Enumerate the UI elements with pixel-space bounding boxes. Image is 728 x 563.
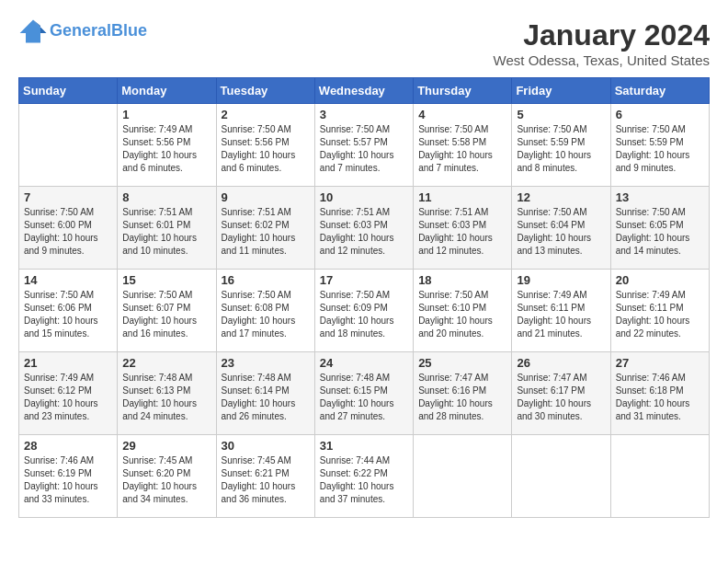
- calendar-cell: 28Sunrise: 7:46 AM Sunset: 6:19 PM Dayli…: [19, 435, 118, 518]
- calendar-header-sunday: Sunday: [19, 78, 118, 104]
- day-number: 22: [122, 356, 210, 370]
- day-info: Sunrise: 7:51 AM Sunset: 6:03 PM Dayligh…: [320, 206, 408, 258]
- day-info: Sunrise: 7:50 AM Sunset: 6:07 PM Dayligh…: [122, 289, 210, 340]
- day-number: 1: [122, 108, 210, 121]
- day-number: 17: [320, 273, 408, 287]
- day-info: Sunrise: 7:48 AM Sunset: 6:15 PM Dayligh…: [320, 372, 408, 423]
- day-number: 28: [24, 439, 112, 453]
- day-number: 24: [320, 356, 408, 370]
- calendar-cell: 18Sunrise: 7:50 AM Sunset: 6:10 PM Dayli…: [414, 270, 512, 352]
- day-info: Sunrise: 7:50 AM Sunset: 5:59 PM Dayligh…: [616, 123, 704, 175]
- calendar-week-row: 7Sunrise: 7:50 AM Sunset: 6:00 PM Daylig…: [19, 187, 710, 270]
- calendar-cell: 14Sunrise: 7:50 AM Sunset: 6:06 PM Dayli…: [19, 270, 118, 352]
- day-number: 29: [122, 439, 210, 453]
- day-number: 20: [616, 273, 704, 287]
- calendar-cell: 11Sunrise: 7:51 AM Sunset: 6:03 PM Dayli…: [414, 187, 512, 270]
- day-number: 9: [222, 190, 310, 204]
- calendar-cell: [512, 435, 610, 518]
- day-number: 13: [616, 190, 704, 204]
- logo: GeneralBlue: [18, 18, 147, 44]
- day-number: 6: [616, 108, 704, 121]
- calendar-cell: 26Sunrise: 7:47 AM Sunset: 6:17 PM Dayli…: [512, 352, 610, 435]
- calendar-header-monday: Monday: [118, 78, 216, 104]
- calendar-week-row: 28Sunrise: 7:46 AM Sunset: 6:19 PM Dayli…: [19, 435, 710, 518]
- day-number: 19: [517, 273, 605, 287]
- calendar-cell: 9Sunrise: 7:51 AM Sunset: 6:02 PM Daylig…: [216, 187, 314, 270]
- calendar-header-friday: Friday: [512, 78, 610, 104]
- day-number: 5: [517, 108, 605, 121]
- day-info: Sunrise: 7:50 AM Sunset: 5:57 PM Dayligh…: [320, 123, 408, 175]
- day-number: 15: [122, 273, 210, 287]
- logo-text: GeneralBlue: [50, 22, 147, 40]
- day-number: 8: [122, 190, 210, 204]
- page-subtitle: West Odessa, Texas, United States: [494, 52, 710, 68]
- day-number: 2: [222, 108, 310, 121]
- calendar-cell: 13Sunrise: 7:50 AM Sunset: 6:05 PM Dayli…: [610, 187, 709, 270]
- calendar-cell: 27Sunrise: 7:46 AM Sunset: 6:18 PM Dayli…: [610, 352, 709, 435]
- calendar-cell: 21Sunrise: 7:49 AM Sunset: 6:12 PM Dayli…: [19, 352, 118, 435]
- day-info: Sunrise: 7:50 AM Sunset: 5:59 PM Dayligh…: [517, 123, 605, 175]
- day-info: Sunrise: 7:51 AM Sunset: 6:03 PM Dayligh…: [418, 206, 506, 258]
- calendar-cell: 22Sunrise: 7:48 AM Sunset: 6:13 PM Dayli…: [118, 352, 216, 435]
- day-number: 25: [418, 356, 506, 370]
- calendar-cell: 10Sunrise: 7:51 AM Sunset: 6:03 PM Dayli…: [314, 187, 413, 270]
- day-number: 14: [24, 273, 112, 287]
- calendar-header-tuesday: Tuesday: [216, 78, 314, 104]
- calendar-cell: 12Sunrise: 7:50 AM Sunset: 6:04 PM Dayli…: [512, 187, 610, 270]
- day-info: Sunrise: 7:49 AM Sunset: 6:11 PM Dayligh…: [517, 289, 605, 340]
- day-number: 10: [320, 190, 408, 204]
- day-number: 4: [418, 108, 506, 121]
- day-number: 11: [418, 190, 506, 204]
- day-number: 23: [222, 356, 310, 370]
- calendar-cell: 8Sunrise: 7:51 AM Sunset: 6:01 PM Daylig…: [118, 187, 216, 270]
- calendar-header-saturday: Saturday: [610, 78, 709, 104]
- day-info: Sunrise: 7:49 AM Sunset: 6:12 PM Dayligh…: [24, 372, 112, 423]
- title-block: January 2024 West Odessa, Texas, United …: [494, 18, 710, 68]
- calendar-cell: 29Sunrise: 7:45 AM Sunset: 6:20 PM Dayli…: [118, 435, 216, 518]
- calendar-cell: 16Sunrise: 7:50 AM Sunset: 6:08 PM Dayli…: [216, 270, 314, 352]
- day-info: Sunrise: 7:45 AM Sunset: 6:20 PM Dayligh…: [122, 454, 210, 506]
- day-number: 7: [24, 190, 112, 204]
- logo-icon: [18, 18, 48, 44]
- calendar-cell: [610, 435, 709, 518]
- day-number: 21: [24, 356, 112, 370]
- day-info: Sunrise: 7:44 AM Sunset: 6:22 PM Dayligh…: [320, 454, 408, 506]
- page-header: GeneralBlue January 2024 West Odessa, Te…: [18, 18, 710, 68]
- day-info: Sunrise: 7:50 AM Sunset: 5:58 PM Dayligh…: [418, 123, 506, 175]
- calendar-cell: 31Sunrise: 7:44 AM Sunset: 6:22 PM Dayli…: [314, 435, 413, 518]
- calendar-week-row: 1Sunrise: 7:49 AM Sunset: 5:56 PM Daylig…: [19, 104, 710, 187]
- day-number: 26: [517, 356, 605, 370]
- day-info: Sunrise: 7:51 AM Sunset: 6:01 PM Dayligh…: [122, 206, 210, 258]
- day-info: Sunrise: 7:50 AM Sunset: 6:10 PM Dayligh…: [418, 289, 506, 340]
- day-info: Sunrise: 7:50 AM Sunset: 6:04 PM Dayligh…: [517, 206, 605, 258]
- day-info: Sunrise: 7:50 AM Sunset: 6:08 PM Dayligh…: [222, 289, 310, 340]
- day-info: Sunrise: 7:45 AM Sunset: 6:21 PM Dayligh…: [222, 454, 310, 506]
- calendar-cell: 1Sunrise: 7:49 AM Sunset: 5:56 PM Daylig…: [118, 104, 216, 187]
- calendar-header-thursday: Thursday: [414, 78, 512, 104]
- calendar-cell: 20Sunrise: 7:49 AM Sunset: 6:11 PM Dayli…: [610, 270, 709, 352]
- calendar-week-row: 14Sunrise: 7:50 AM Sunset: 6:06 PM Dayli…: [19, 270, 710, 352]
- day-info: Sunrise: 7:50 AM Sunset: 5:56 PM Dayligh…: [222, 123, 310, 175]
- calendar-cell: 23Sunrise: 7:48 AM Sunset: 6:14 PM Dayli…: [216, 352, 314, 435]
- calendar-cell: 24Sunrise: 7:48 AM Sunset: 6:15 PM Dayli…: [314, 352, 413, 435]
- calendar-cell: 15Sunrise: 7:50 AM Sunset: 6:07 PM Dayli…: [118, 270, 216, 352]
- calendar-cell: 2Sunrise: 7:50 AM Sunset: 5:56 PM Daylig…: [216, 104, 314, 187]
- calendar-cell: [19, 104, 118, 187]
- day-number: 12: [517, 190, 605, 204]
- calendar-cell: 19Sunrise: 7:49 AM Sunset: 6:11 PM Dayli…: [512, 270, 610, 352]
- calendar-cell: 6Sunrise: 7:50 AM Sunset: 5:59 PM Daylig…: [610, 104, 709, 187]
- page-title: January 2024: [494, 18, 710, 52]
- calendar-cell: 5Sunrise: 7:50 AM Sunset: 5:59 PM Daylig…: [512, 104, 610, 187]
- calendar-cell: [414, 435, 512, 518]
- calendar-week-row: 21Sunrise: 7:49 AM Sunset: 6:12 PM Dayli…: [19, 352, 710, 435]
- calendar-cell: 3Sunrise: 7:50 AM Sunset: 5:57 PM Daylig…: [314, 104, 413, 187]
- day-info: Sunrise: 7:46 AM Sunset: 6:19 PM Dayligh…: [24, 454, 112, 506]
- calendar-header-row: SundayMondayTuesdayWednesdayThursdayFrid…: [19, 78, 710, 104]
- day-info: Sunrise: 7:51 AM Sunset: 6:02 PM Dayligh…: [222, 206, 310, 258]
- day-info: Sunrise: 7:50 AM Sunset: 6:00 PM Dayligh…: [24, 206, 112, 258]
- calendar-cell: 25Sunrise: 7:47 AM Sunset: 6:16 PM Dayli…: [414, 352, 512, 435]
- day-number: 31: [320, 439, 408, 453]
- day-info: Sunrise: 7:47 AM Sunset: 6:17 PM Dayligh…: [517, 372, 605, 423]
- day-number: 30: [222, 439, 310, 453]
- day-info: Sunrise: 7:49 AM Sunset: 5:56 PM Dayligh…: [122, 123, 210, 175]
